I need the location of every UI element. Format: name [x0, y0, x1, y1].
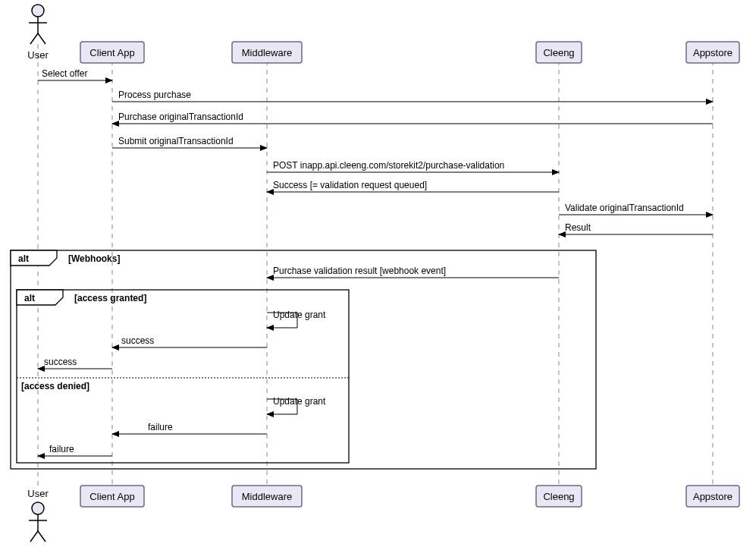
actor-user-label-top: User	[27, 49, 49, 61]
participant-cleeng-top: Cleeng	[536, 42, 582, 63]
msg-update-grant-2: Update grant	[273, 396, 326, 407]
frame-webhooks-tag: alt	[18, 253, 29, 264]
msg-success-mw-client: success	[121, 335, 154, 346]
svg-line-4	[38, 33, 45, 44]
participant-client-bottom: Client App	[80, 486, 144, 507]
msg-post-validation: POST inapp.api.cleeng.com/storekit2/purc…	[273, 160, 504, 171]
msg-webhook-result: Purchase validation result [webhook even…	[273, 266, 446, 276]
frame-webhooks	[11, 250, 596, 469]
participant-middleware-top: Middleware	[232, 42, 302, 63]
svg-line-25	[30, 531, 38, 542]
participant-appstore-label-top: Appstore	[693, 47, 732, 58]
msg-result: Result	[565, 222, 591, 233]
msg-failure-client-user: failure	[49, 444, 74, 454]
msg-success-queued: Success [= validation request queued]	[273, 180, 427, 190]
msg-validate-txid: Validate originalTransactionId	[565, 203, 684, 213]
frame-access-guard2: [access denied]	[21, 381, 89, 391]
msg-select-offer: Select offer	[42, 68, 87, 79]
msg-process-purchase: Process purchase	[118, 90, 191, 100]
participant-middleware-label-top: Middleware	[242, 47, 292, 58]
svg-point-22	[32, 502, 44, 514]
actor-user-label-bottom: User	[27, 488, 49, 499]
frame-webhooks-guard: [Webhooks]	[68, 253, 120, 264]
msg-success-client-user: success	[44, 357, 77, 367]
frame-access-tag: alt	[24, 293, 35, 303]
participant-appstore-top: Appstore	[686, 42, 739, 63]
participant-client-label-top: Client App	[89, 47, 134, 58]
frame-access-guard1: [access granted]	[74, 293, 146, 303]
msg-failure-mw-client: failure	[148, 422, 173, 432]
participant-cleeng-bottom: Cleeng	[536, 486, 582, 507]
sequence-diagram: User Client App Middleware Cleeng Appsto…	[0, 0, 756, 547]
participant-appstore-bottom: Appstore	[686, 486, 739, 507]
msg-update-grant-1: Update grant	[273, 310, 326, 320]
participant-client-top: Client App	[80, 42, 144, 63]
actor-user-bottom: User	[27, 488, 49, 542]
participant-middleware-bottom: Middleware	[232, 486, 302, 507]
msg-purchase-txid: Purchase originalTransactionId	[118, 112, 243, 122]
participant-middleware-label-bottom: Middleware	[242, 491, 292, 502]
msg-submit-txid: Submit originalTransactionId	[118, 136, 234, 146]
participant-client-label-bottom: Client App	[89, 491, 134, 502]
svg-line-26	[38, 531, 45, 542]
participant-appstore-label-bottom: Appstore	[693, 491, 732, 502]
participant-cleeng-label-bottom: Cleeng	[543, 491, 574, 502]
svg-point-0	[32, 5, 44, 17]
actor-user-top: User	[27, 5, 49, 61]
svg-line-3	[30, 33, 38, 44]
participant-cleeng-label-top: Cleeng	[543, 47, 574, 58]
